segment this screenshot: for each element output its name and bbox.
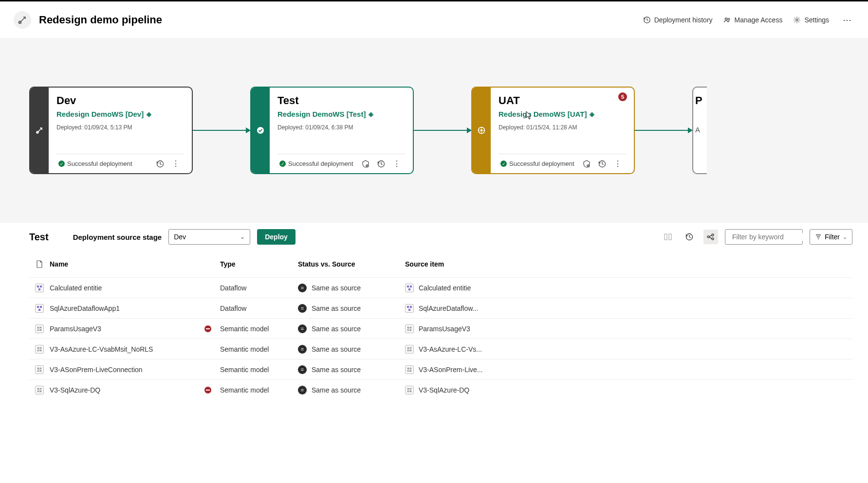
item-name: ParamsUsageV3 [50,325,101,333]
svg-point-7 [257,127,264,134]
svg-point-17 [707,236,709,238]
source-stage-select[interactable]: Dev ⌄ [168,229,250,245]
search-input[interactable] [725,229,803,245]
stage-workspace-link[interactable]: Redesign DemoWS [UAT] ◈ [499,110,626,118]
warning-icon [204,387,211,394]
item-name: V3-AsAzure-LC-VsabMsit_NoRLS [50,345,153,353]
arrow-dev-to-test [193,130,250,131]
arrow-uat-to-prod [635,130,692,131]
source-item-type-icon [405,345,414,354]
svg-rect-27 [37,306,39,308]
pipeline-icon [14,11,31,29]
svg-rect-29 [38,309,40,311]
svg-point-18 [712,234,714,236]
source-item-name: V3-SqlAzure-DQ [419,386,469,394]
item-type: Semantic model [220,345,298,353]
warning-icon [204,325,211,332]
lineage-view-button[interactable] [703,230,718,244]
same-as-source-icon: = [298,284,307,292]
detail-toolbar: Test Deployment source stage Dev ⌄ Deplo… [0,223,868,251]
stage-workspace-link[interactable]: Redesign DemoWS [Test] ◈ [277,110,405,118]
stage-workspace-link[interactable]: Redesign DemoWS [Dev] ◈ [56,110,184,118]
item-name: V3-ASonPrem-LiveConnection [50,366,143,374]
item-type-icon [35,365,44,374]
table-row[interactable]: V3-SqlAzure-DQSemantic model=Same as sou… [29,379,852,400]
header-more-button[interactable]: ⋯ [840,15,854,25]
column-name[interactable]: Name [50,260,220,268]
arrow-test-to-uat [414,130,471,131]
column-status[interactable]: Status vs. Source [298,260,405,268]
svg-rect-15 [669,234,671,240]
filter-icon [815,233,822,240]
manage-access-link[interactable]: Manage Access [723,16,783,24]
item-type: Dataflow [220,304,298,312]
source-item-type-icon [405,324,414,333]
table-row[interactable]: V3-ASonPrem-LiveConnectionSemantic model… [29,359,852,379]
table-row[interactable]: ParamsUsageV3Semantic model=Same as sour… [29,318,852,339]
stage-changes-badge: 5 [618,92,627,101]
success-icon: ✓ [500,161,507,167]
table-row[interactable]: V3-AsAzure-LC-VsabMsit_NoRLSSemantic mod… [29,339,852,359]
premium-icon: ◈ [147,110,151,118]
stage-more-button[interactable]: ⋮ [611,158,624,170]
history-view-button[interactable] [682,230,697,244]
settings-link[interactable]: Settings [793,16,829,24]
svg-rect-25 [410,286,412,287]
item-status: Same as source [312,325,361,333]
source-stage-label: Deployment source stage [73,233,162,241]
compare-view-button[interactable] [661,230,675,244]
success-icon: ✓ [279,161,286,167]
header-actions: Deployment history Manage Access Setting… [643,15,854,25]
same-as-source-icon: = [298,304,307,313]
stage-test[interactable]: Test Redesign DemoWS [Test] ◈ Deployed: … [250,87,414,174]
same-as-source-icon: = [298,345,307,354]
source-item-type-icon [405,304,414,313]
source-item-name: ParamsUsageV3 [419,325,470,333]
stage-dev[interactable]: Dev Redesign DemoWS [Dev] ◈ Deployed: 01… [29,87,193,174]
item-type-icon [35,324,44,333]
svg-rect-26 [408,288,410,290]
stage-history-button[interactable] [375,158,388,170]
stage-deployed-text: Deployed: 01/09/24, 5:13 PM [56,124,184,131]
svg-rect-31 [410,306,412,308]
same-as-source-icon: = [298,324,307,333]
source-item-type-icon [405,365,414,374]
stage-more-button[interactable]: ⋮ [169,158,182,170]
stage-prod-partial[interactable]: P A [692,87,707,174]
item-status: Same as source [312,366,361,374]
svg-rect-28 [40,306,42,308]
stage-status: ✓ Successful deployment [58,160,151,167]
item-name: SqlAzureDataflowApp1 [50,304,120,312]
pipeline-canvas: Dev Redesign DemoWS [Dev] ◈ Deployed: 01… [0,38,868,223]
filter-button[interactable]: Filter ⌄ [810,229,852,245]
stage-rules-button[interactable] [359,158,372,170]
svg-point-19 [712,238,714,240]
item-type: Semantic model [220,325,298,333]
svg-rect-14 [665,234,667,240]
table-row[interactable]: Calculated entitieDataflow=Same as sourc… [29,277,852,298]
column-type[interactable]: Type [220,260,298,268]
deploy-button[interactable]: Deploy [257,229,295,245]
table-row[interactable]: SqlAzureDataflowApp1Dataflow=Same as sou… [29,298,852,318]
people-icon [723,16,731,24]
stage-rules-button[interactable] [580,158,593,170]
deployment-history-link[interactable]: Deployment history [643,16,713,24]
svg-rect-22 [40,286,42,287]
item-type: Semantic model [220,366,298,374]
item-type-icon [35,386,44,394]
table-header: Name Type Status vs. Source Source item [29,251,852,277]
stage-dev-side-icon [30,88,49,173]
item-status: Same as source [312,304,361,312]
column-source[interactable]: Source item [405,260,512,268]
stage-status: ✓ Successful deployment [500,160,577,167]
page-title: Redesign demo pipeline [39,14,643,26]
stage-history-button[interactable] [596,158,609,170]
stage-uat[interactable]: 5 UAT Redesign DemoWS [UAT] ◈ Deployed: … [471,87,635,174]
svg-rect-32 [408,309,410,311]
stage-more-button[interactable]: ⋮ [390,158,403,170]
svg-rect-21 [37,286,39,287]
stage-history-button[interactable] [154,158,166,170]
item-type-icon [35,304,44,313]
premium-icon: ◈ [590,110,594,118]
item-type: Semantic model [220,386,298,394]
